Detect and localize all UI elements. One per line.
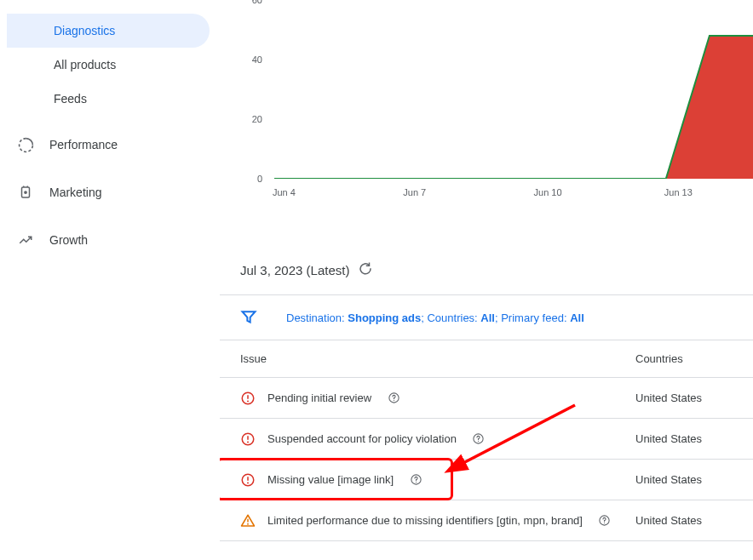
x-axis: Jun 4Jun 7Jun 10Jun 13 [274,187,753,201]
sidebar-item-label: Marketing [49,186,101,199]
refresh-icon[interactable] [358,261,373,279]
filter-text[interactable]: Destination: Shopping ads; Countries: Al… [286,311,584,324]
issue-row[interactable]: Limited performance due to missing ident… [220,500,753,541]
error-icon [240,391,256,406]
issue-row[interactable]: Missing value [image link]United States [220,460,753,500]
svg-point-14 [247,482,249,483]
chart: 0204060 Jun 4Jun 7Jun 10Jun 13 [244,0,753,209]
sidebar: Diagnostics All products Feeds Performan… [0,0,220,560]
svg-point-1 [25,191,26,193]
sidebar-item-label: All products [54,58,116,71]
issue-title: Limited performance due to missing ident… [267,514,583,527]
help-icon[interactable] [598,514,612,528]
sidebar-item-diagnostics[interactable]: Diagnostics [7,14,210,48]
sidebar-item-marketing[interactable]: Marketing [0,174,220,211]
y-tick: 20 [252,114,262,124]
filter-bar: Destination: Shopping ads; Countries: Al… [220,294,753,340]
help-icon[interactable] [472,432,486,446]
help-icon[interactable] [387,391,400,405]
issue-row[interactable]: Suspended account for policy violationUn… [220,419,753,460]
issue-country: United States [635,391,729,404]
x-tick: Jun 7 [403,187,426,197]
y-tick: 0 [257,174,262,184]
issue-title: Missing value [image link] [267,473,394,486]
sidebar-item-label: Performance [49,138,118,151]
header-issue: Issue [240,352,635,365]
error-icon [240,472,256,488]
date-label: Jul 3, 2023 (Latest) [240,263,349,277]
issues-header: Issue Countries [220,340,753,378]
sidebar-item-all-products[interactable]: All products [7,48,210,82]
issues-body: Pending initial reviewUnited StatesSuspe… [220,378,753,541]
x-tick: Jun 13 [664,187,693,197]
growth-icon [17,231,34,249]
main-content: 0204060 Jun 4Jun 7Jun 10Jun 13 Jul 3, 20… [220,0,753,560]
y-tick: 60 [252,0,262,5]
sidebar-item-growth[interactable]: Growth [0,221,220,259]
issue-title: Pending initial review [267,391,371,404]
issue-country: United States [635,514,729,527]
svg-point-20 [604,523,605,523]
chart-plot [274,0,753,179]
svg-point-9 [247,441,249,443]
svg-point-11 [478,441,479,442]
x-tick: Jun 10 [534,187,562,197]
y-tick: 40 [252,54,262,65]
issue-country: United States [635,432,729,445]
issue-title: Suspended account for policy violation [267,432,457,445]
date-row: Jul 3, 2023 (Latest) [220,246,753,294]
svg-point-16 [416,482,417,483]
sidebar-item-performance[interactable]: Performance [0,126,220,163]
warning-icon [240,513,256,529]
svg-point-18 [247,523,249,524]
performance-icon [17,136,34,153]
sidebar-subnav: Diagnostics All products Feeds [0,14,220,116]
x-tick: Jun 4 [273,187,296,197]
svg-point-6 [394,400,394,401]
issue-row[interactable]: Pending initial reviewUnited States [220,378,753,419]
header-countries: Countries [635,352,729,365]
help-icon[interactable] [409,473,422,487]
sidebar-item-feeds[interactable]: Feeds [7,82,210,116]
sidebar-item-label: Growth [49,233,88,247]
issue-country: United States [635,473,729,486]
error-icon [240,431,256,447]
svg-point-4 [247,400,249,402]
sidebar-item-label: Feeds [54,92,87,106]
marketing-icon [17,184,34,201]
sidebar-item-label: Diagnostics [54,24,115,37]
filter-icon[interactable] [240,308,257,328]
